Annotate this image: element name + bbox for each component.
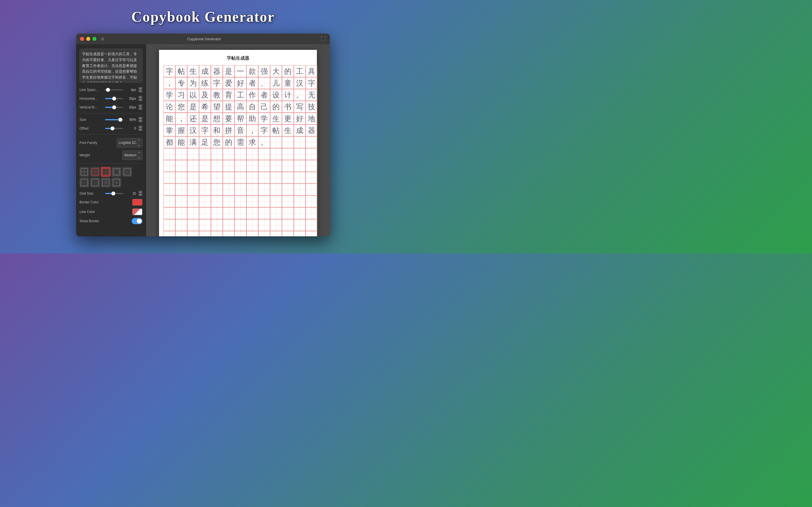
line-spacing-thumb[interactable]: [106, 88, 110, 92]
offset-stepper[interactable]: ▲ ▼: [139, 126, 142, 131]
grid-cell-empty: [235, 219, 246, 231]
pattern-item-0[interactable]: [80, 167, 89, 177]
pattern-item-7[interactable]: [101, 178, 110, 187]
border-color-swatch[interactable]: [132, 199, 142, 206]
close-button[interactable]: [80, 37, 84, 41]
cell-character: 高: [237, 103, 244, 110]
grid-cell: 爱: [223, 77, 235, 89]
offset-thumb[interactable]: [110, 126, 114, 130]
grid-cell-empty: [258, 207, 270, 219]
pattern-item-5[interactable]: [80, 178, 89, 187]
text-input[interactable]: [80, 49, 142, 82]
weight-value: Medium: [124, 153, 137, 157]
vertical-up[interactable]: ▲: [139, 105, 142, 107]
grid-cell: 儿: [270, 77, 282, 89]
grid-cell-empty: [235, 172, 246, 184]
svg-rect-22: [92, 179, 98, 186]
grid-cell-empty: [294, 160, 306, 172]
vertical-slider[interactable]: [105, 107, 123, 108]
line-color-swatch[interactable]: [132, 209, 142, 215]
pattern-item-3[interactable]: [112, 167, 121, 177]
size-thumb[interactable]: [118, 118, 122, 122]
grid-cell-empty: [235, 195, 246, 207]
grid-cell: 能: [163, 113, 175, 124]
line-spacing-slider[interactable]: [105, 89, 123, 91]
horizontal-up[interactable]: ▲: [139, 96, 142, 98]
cell-character: ，: [166, 79, 173, 87]
line-spacing-stepper[interactable]: ▲ ▼: [139, 87, 142, 93]
grid-cell-empty: [175, 184, 187, 195]
grid-cell-empty: [199, 184, 211, 195]
cell-character: 习: [177, 91, 185, 99]
grid-size-up[interactable]: ▲: [139, 191, 142, 193]
grid-cell-empty: [294, 207, 306, 219]
grid-cell-empty: [163, 207, 175, 219]
grid-cell: 款: [246, 65, 258, 77]
pattern-item-2[interactable]: [101, 167, 110, 177]
line-spacing-down[interactable]: ▼: [139, 90, 142, 93]
grid-cell-empty: [223, 195, 235, 207]
horizontal-control: Horizontal... 30px ▲ ▼: [80, 96, 142, 101]
cell-character: 器: [308, 127, 315, 134]
grid-cell-empty: [306, 195, 317, 207]
horizontal-label: Horizontal...: [80, 97, 103, 101]
preview-area[interactable]: 字帖生成器 字帖生成器是一款强大的工具，专为练字爱好者、儿童汉字学习以及教育工作…: [146, 44, 330, 236]
grid-cell-empty: [223, 172, 235, 184]
cell-character: 都: [166, 138, 173, 146]
grid-cell-empty: [211, 172, 223, 184]
offset-down[interactable]: ▼: [139, 128, 142, 131]
pattern-item-6[interactable]: [90, 178, 100, 187]
grid-cell-empty: [235, 231, 246, 236]
size-slider[interactable]: [105, 119, 123, 120]
grid-cell: 自: [246, 101, 258, 113]
font-family-chevron: ⌃⌄: [138, 139, 140, 147]
grid-cell: 己: [258, 101, 270, 113]
grid-cell: 强: [258, 65, 270, 77]
horizontal-slider[interactable]: [105, 98, 123, 99]
line-spacing-up[interactable]: ▲: [139, 87, 142, 90]
weight-select[interactable]: Medium ⌃⌄: [122, 151, 142, 160]
cell-character: 者: [260, 91, 268, 99]
pattern-item-8[interactable]: [112, 178, 121, 187]
grid-cell: 求: [246, 136, 258, 148]
cell-character: 帮: [237, 115, 244, 122]
font-family-select[interactable]: LingWai SC ⌃⌄: [117, 138, 142, 148]
grid-cell-empty: [187, 231, 199, 236]
offset-up[interactable]: ▲: [139, 126, 142, 128]
svg-point-15: [125, 170, 126, 170]
cell-character: 足: [201, 138, 209, 146]
vertical-down[interactable]: ▼: [139, 107, 142, 110]
pattern-item-4[interactable]: [122, 167, 132, 177]
cell-character: 字: [308, 79, 315, 87]
vertical-stepper[interactable]: ▲ ▼: [139, 105, 142, 110]
pattern-item-1[interactable]: [90, 167, 100, 177]
sidebar: Line Spaci... 4px ▲ ▼ Horizontal...: [76, 44, 146, 236]
cell-character: 字: [213, 79, 220, 87]
cell-character: 教: [213, 91, 220, 99]
grid-size-control: Grid Size 32 ▲ ▼: [80, 191, 142, 196]
grid-size-thumb[interactable]: [111, 191, 115, 195]
grid-size-down[interactable]: ▼: [139, 193, 142, 196]
vertical-thumb[interactable]: [112, 105, 116, 109]
cell-character: 生: [284, 127, 292, 134]
horizontal-stepper[interactable]: ▲ ▼: [139, 96, 142, 101]
grid-cell: 汉: [187, 124, 199, 136]
size-down[interactable]: ▼: [139, 120, 142, 122]
grid-cell-empty: [235, 148, 246, 160]
horizontal-down[interactable]: ▼: [139, 99, 142, 101]
offset-slider[interactable]: [105, 128, 123, 129]
cell-character: 具: [308, 68, 315, 75]
size-up[interactable]: ▲: [139, 117, 142, 119]
cell-character: 专: [177, 79, 185, 87]
fullscreen-button[interactable]: ⛶: [321, 36, 326, 42]
size-stepper[interactable]: ▲ ▼: [139, 117, 142, 122]
grid-size-stepper[interactable]: ▲ ▼: [139, 191, 142, 196]
grid-cell-empty: [175, 207, 187, 219]
grid-cell: 工: [294, 65, 306, 77]
grid-size-slider[interactable]: [105, 193, 123, 194]
grid-cell-empty: [175, 219, 187, 231]
grid-cell-empty: [163, 172, 175, 184]
cell-character: 爱: [225, 79, 232, 87]
show-border-toggle[interactable]: [132, 218, 142, 224]
horizontal-thumb[interactable]: [112, 97, 116, 101]
